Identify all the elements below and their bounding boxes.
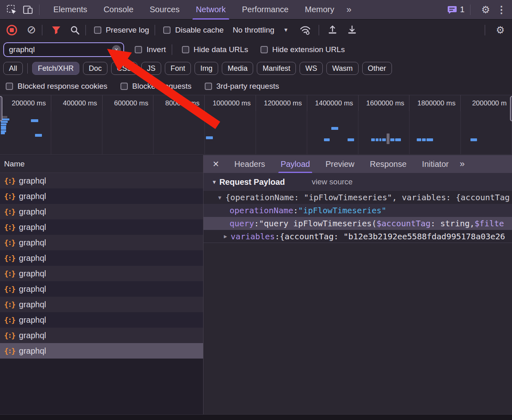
hide-data-urls-checkbox[interactable]: Hide data URLs — [182, 45, 248, 54]
network-toolbar: ⊘ Preserve log Disable cache No throttli… — [0, 20, 512, 40]
checkbox — [94, 26, 101, 34]
divider — [39, 4, 39, 15]
inspect-element-icon[interactable] — [7, 4, 17, 15]
divider — [485, 25, 485, 35]
chip-all[interactable]: All — [3, 62, 23, 75]
timeline-tick: 1200000 ms — [256, 95, 307, 111]
request-row[interactable]: {∶}graphql — [0, 219, 203, 235]
chip-css[interactable]: CSS — [111, 62, 138, 75]
tab-memory[interactable]: Memory — [297, 0, 342, 20]
payload-root-row[interactable]: ▼ {operationName: "ipFlowTimeseries", va… — [203, 191, 512, 204]
close-details-icon[interactable]: ✕ — [203, 159, 227, 169]
devtools-tabbar: Elements Console Sources Network Perform… — [0, 0, 512, 20]
divider — [85, 25, 86, 35]
tab-performance[interactable]: Performance — [234, 0, 297, 20]
timeline-right-handle[interactable] — [510, 96, 512, 121]
chip-media[interactable]: Media — [222, 62, 253, 75]
chip-img[interactable]: Img — [195, 62, 218, 75]
chip-fetch-xhr[interactable]: Fetch/XHR — [32, 62, 79, 75]
request-details-panel: ✕ Headers Payload Preview Response Initi… — [203, 155, 512, 414]
divider — [27, 63, 28, 74]
view-source-link[interactable]: view source — [312, 177, 352, 186]
clear-network-log-icon[interactable]: ⊘ — [27, 24, 36, 35]
blocked-response-cookies-checkbox[interactable]: Blocked response cookies — [6, 82, 107, 91]
divider — [42, 25, 42, 35]
details-tab-headers[interactable]: Headers — [227, 155, 273, 173]
network-conditions-icon[interactable] — [299, 25, 311, 35]
chip-doc[interactable]: Doc — [83, 62, 107, 75]
request-payload-section-header[interactable]: ▼ Request Payload view source — [203, 173, 512, 191]
more-details-tabs-icon[interactable]: » — [459, 159, 464, 169]
json-icon: {∶} — [4, 347, 15, 355]
request-row[interactable]: {∶}graphql — [0, 235, 203, 250]
blocked-requests-checkbox[interactable]: Blocked requests — [120, 82, 192, 91]
record-network-log-button[interactable] — [7, 25, 17, 35]
details-tab-initiator[interactable]: Initiator — [414, 155, 457, 173]
request-row[interactable]: {∶}graphql — [0, 281, 203, 297]
json-icon: {∶} — [4, 285, 15, 293]
import-har-icon[interactable] — [327, 25, 338, 35]
network-overview-timeline[interactable]: 200000 ms 400000 ms 600000 ms 800000 ms … — [0, 95, 512, 155]
settings-gear-icon[interactable]: ⚙ — [476, 4, 495, 15]
clear-filter-icon[interactable]: ✕ — [112, 45, 121, 54]
request-row[interactable]: {∶}graphql — [0, 204, 203, 219]
request-row[interactable]: {∶}graphql — [0, 297, 203, 312]
payload-query-row[interactable]: query: "query ipFlowTimeseries($accountT… — [203, 217, 512, 230]
payload-operation-row[interactable]: operationName: "ipFlowTimeseries" — [203, 204, 512, 217]
timeline-tick: 1800000 ms — [409, 95, 461, 111]
request-row[interactable]: {∶}graphql — [0, 250, 203, 266]
bottom-strip — [0, 414, 512, 420]
more-tabs-icon[interactable]: » — [342, 4, 355, 15]
third-party-requests-checkbox[interactable]: 3rd-party requests — [205, 82, 279, 91]
throttling-select[interactable]: No throttling ▼ — [233, 26, 289, 35]
tab-elements[interactable]: Elements — [45, 0, 95, 20]
timeline-left-handle[interactable] — [0, 96, 2, 121]
timeline-tick: 1600000 ms — [359, 95, 410, 111]
filter-funnel-icon[interactable] — [51, 25, 61, 35]
request-row[interactable]: {∶}graphql — [0, 328, 203, 343]
timeline-tick: 1400000 ms — [307, 95, 359, 111]
tab-console[interactable]: Console — [95, 0, 141, 20]
preserve-log-checkbox[interactable]: Preserve log — [94, 26, 149, 35]
chip-ws[interactable]: WS — [300, 62, 323, 75]
details-tab-payload[interactable]: Payload — [273, 155, 317, 173]
chip-font[interactable]: Font — [165, 62, 191, 75]
timeline-tick: 400000 ms — [51, 95, 103, 111]
timeline-bar — [324, 138, 330, 141]
expand-triangle-icon: ▶ — [224, 233, 227, 239]
request-row-selected[interactable]: {∶}graphql — [0, 343, 203, 359]
timeline-bar — [371, 138, 375, 141]
network-settings-gear-icon[interactable]: ⚙ — [491, 24, 512, 36]
details-tab-response[interactable]: Response — [362, 155, 414, 173]
request-row[interactable]: {∶}graphql — [0, 188, 203, 204]
main-menu-icon[interactable]: ⋮ — [495, 4, 512, 15]
invert-checkbox[interactable]: Invert — [135, 45, 166, 54]
chip-other[interactable]: Other — [362, 62, 392, 75]
checkbox — [205, 83, 212, 90]
issues-counter[interactable]: 1 — [447, 5, 464, 14]
timeline-bar — [1, 128, 6, 130]
search-icon[interactable] — [70, 25, 80, 35]
details-tab-preview[interactable]: Preview — [318, 155, 362, 173]
device-toolbar-icon[interactable] — [23, 4, 33, 15]
payload-variables-row[interactable]: ▶ variables: {accountTag: "b12e3b2192ee5… — [203, 230, 512, 243]
tab-sources[interactable]: Sources — [142, 0, 188, 20]
disable-cache-checkbox[interactable]: Disable cache — [163, 26, 223, 35]
timeline-bar — [379, 138, 381, 141]
timeline-bar — [331, 127, 338, 130]
export-har-icon[interactable] — [347, 25, 357, 35]
issues-count: 1 — [460, 5, 464, 14]
hide-extension-urls-checkbox[interactable]: Hide extension URLs — [260, 45, 345, 54]
request-row[interactable]: {∶}graphql — [0, 312, 203, 328]
timeline-bar — [382, 138, 386, 141]
name-column-header[interactable]: Name — [0, 155, 203, 173]
request-row[interactable]: {∶}graphql — [0, 173, 203, 188]
divider — [319, 25, 319, 35]
tab-network[interactable]: Network — [188, 0, 234, 20]
filter-input[interactable] — [4, 45, 102, 54]
chip-js[interactable]: JS — [141, 62, 161, 75]
request-row[interactable]: {∶}graphql — [0, 266, 203, 281]
checkbox — [260, 46, 268, 53]
chip-manifest[interactable]: Manifest — [257, 62, 296, 75]
chip-wasm[interactable]: Wasm — [326, 62, 358, 75]
